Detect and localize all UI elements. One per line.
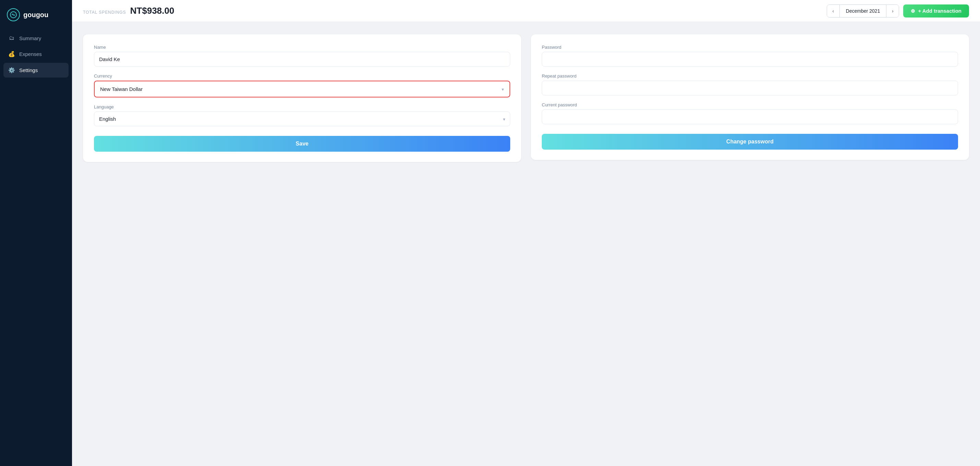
expenses-icon: 💰: [8, 51, 15, 57]
password-field-group: Password: [542, 45, 958, 67]
add-transaction-label: + Add transaction: [918, 8, 961, 14]
sidebar-item-summary[interactable]: 🗂 Summary: [3, 31, 68, 45]
sidebar-item-expenses[interactable]: 💰 Expenses: [3, 47, 68, 61]
sidebar-item-settings-label: Settings: [19, 67, 38, 73]
sidebar-item-expenses-label: Expenses: [19, 51, 42, 57]
month-nav: ‹ December 2021 ›: [827, 5, 899, 18]
sidebar-item-summary-label: Summary: [19, 35, 41, 41]
change-password-button[interactable]: Change password: [542, 134, 958, 150]
currency-select[interactable]: New Taiwan Dollar US Dollar Euro Japanes…: [95, 82, 509, 96]
header: TOTAL SPENDINGS NT$938.00 ‹ December 202…: [72, 0, 980, 22]
current-password-field-group: Current password: [542, 102, 958, 124]
language-field-group: Language English Chinese Japanese ▾: [94, 104, 510, 126]
header-left: TOTAL SPENDINGS NT$938.00: [83, 5, 174, 16]
month-label: December 2021: [839, 5, 887, 17]
language-select-wrapper: English Chinese Japanese ▾: [94, 112, 510, 126]
settings-icon: ⚙️: [8, 67, 15, 73]
repeat-password-label: Repeat password: [542, 73, 958, 78]
language-select[interactable]: English Chinese Japanese: [94, 112, 510, 126]
total-spendings-value: NT$938.00: [130, 5, 175, 16]
add-transaction-plus-icon: ⊕: [911, 8, 915, 14]
app-logo: gougou: [0, 0, 72, 31]
password-label: Password: [542, 45, 958, 50]
password-input[interactable]: [542, 52, 958, 67]
password-card: Password Repeat password Current passwor…: [531, 34, 969, 160]
currency-label: Currency: [94, 73, 510, 78]
save-button[interactable]: Save: [94, 136, 510, 152]
app-name: gougou: [23, 11, 48, 19]
repeat-password-field-group: Repeat password: [542, 73, 958, 96]
name-input[interactable]: [94, 52, 510, 67]
sidebar: gougou 🗂 Summary 💰 Expenses ⚙️ Settings: [0, 0, 72, 466]
language-label: Language: [94, 104, 510, 110]
current-password-label: Current password: [542, 102, 958, 107]
sidebar-item-settings[interactable]: ⚙️ Settings: [3, 63, 68, 78]
header-right: ‹ December 2021 › ⊕ + Add transaction: [827, 5, 969, 18]
prev-month-button[interactable]: ‹: [827, 5, 839, 17]
password-fields: Password Repeat password Current passwor…: [542, 45, 958, 124]
total-spendings-label: TOTAL SPENDINGS: [83, 10, 126, 15]
summary-icon: 🗂: [8, 35, 15, 41]
name-label: Name: [94, 45, 510, 50]
currency-select-wrapper: New Taiwan Dollar US Dollar Euro Japanes…: [95, 82, 509, 96]
settings-fields: Name Currency New Taiwan Dollar US Dolla…: [94, 45, 510, 126]
content-area: Name Currency New Taiwan Dollar US Dolla…: [72, 22, 980, 466]
repeat-password-input[interactable]: [542, 81, 958, 96]
add-transaction-button[interactable]: ⊕ + Add transaction: [903, 5, 969, 18]
cards-row: Name Currency New Taiwan Dollar US Dolla…: [83, 34, 969, 162]
settings-card: Name Currency New Taiwan Dollar US Dolla…: [83, 34, 521, 162]
currency-field-group: Currency New Taiwan Dollar US Dollar Eur…: [94, 73, 510, 97]
current-password-input[interactable]: [542, 110, 958, 124]
main-area: TOTAL SPENDINGS NT$938.00 ‹ December 202…: [72, 0, 980, 466]
sidebar-nav: 🗂 Summary 💰 Expenses ⚙️ Settings: [0, 31, 72, 78]
logo-icon: [7, 8, 20, 21]
currency-highlight-border: New Taiwan Dollar US Dollar Euro Japanes…: [94, 81, 510, 97]
name-field-group: Name: [94, 45, 510, 67]
next-month-button[interactable]: ›: [886, 5, 899, 17]
